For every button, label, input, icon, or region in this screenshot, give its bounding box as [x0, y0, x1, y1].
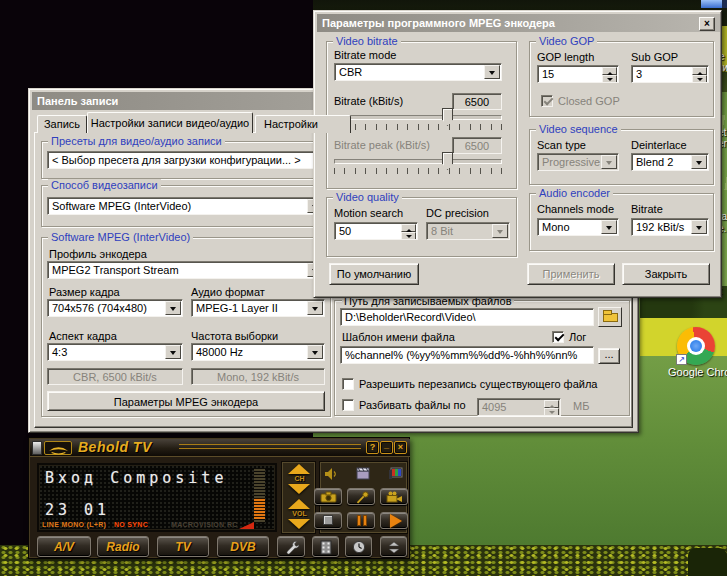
- radio-mode-button[interactable]: Radio: [97, 536, 149, 557]
- chevron-down-icon[interactable]: [601, 220, 617, 234]
- closed-gop-label: Closed GOP: [558, 95, 620, 108]
- closed-gop-checkbox: [541, 95, 553, 107]
- bitrate-value: 6500: [452, 93, 502, 110]
- channel-down-button[interactable]: [288, 484, 310, 494]
- channel-up-button[interactable]: [288, 464, 310, 474]
- chrome-icon-label[interactable]: Google Chro: [668, 366, 727, 378]
- av-mode-button[interactable]: A/V: [37, 536, 91, 557]
- record-method-combo[interactable]: Software MPEG (InterVideo): [47, 197, 325, 215]
- chevron-down-icon[interactable]: [691, 155, 707, 169]
- volume-down-button[interactable]: [288, 519, 310, 529]
- bitrate-slider-ticks: [334, 124, 502, 130]
- chevron-down-icon[interactable]: [691, 220, 707, 234]
- expand-panel-button[interactable]: [380, 536, 407, 557]
- gop-length-spinner[interactable]: 15: [537, 65, 619, 83]
- sub-gop-spinner[interactable]: 3: [631, 65, 709, 83]
- video-files-button[interactable]: [312, 536, 339, 557]
- deinterlace-combo[interactable]: Blend 2: [631, 153, 709, 171]
- tv-mode-button[interactable]: TV: [157, 536, 209, 557]
- volume-up-button[interactable]: [288, 499, 310, 509]
- bitrate-mode-combo[interactable]: CBR: [334, 63, 502, 81]
- pause-button[interactable]: [347, 512, 375, 529]
- chevron-down-icon[interactable]: [484, 65, 500, 79]
- channels-mode-combo[interactable]: Mono: [537, 218, 619, 236]
- video-gop-group-label: Video GOP: [536, 35, 597, 48]
- chevron-down-icon[interactable]: [165, 301, 181, 315]
- settings-button[interactable]: [277, 536, 305, 557]
- sample-rate-combo[interactable]: 48000 Hz: [191, 343, 325, 361]
- chevron-down-icon: [601, 155, 617, 169]
- tab-video-audio-settings[interactable]: Настройки записи видео/аудио: [87, 112, 253, 133]
- clapperboard-icon[interactable]: [356, 467, 370, 480]
- led-channel-text: 23 01: [45, 501, 110, 519]
- spin-up-icon[interactable]: [401, 224, 416, 232]
- default-button[interactable]: По умолчанию: [329, 263, 419, 285]
- scan-type-label: Scan type: [537, 139, 586, 152]
- behold-logo-plate: [44, 441, 72, 455]
- spin-up-icon[interactable]: [602, 67, 617, 75]
- mpeg-params-button[interactable]: Параметры MPEG энкодера: [47, 391, 325, 411]
- status-no-sync: NO SYNC: [114, 521, 148, 528]
- spin-down-icon[interactable]: [692, 75, 707, 83]
- behold-minimize-button[interactable]: _: [380, 441, 393, 454]
- bitrate-slider[interactable]: [334, 115, 502, 120]
- spin-up-icon[interactable]: [544, 400, 559, 408]
- spin-up-icon[interactable]: [692, 67, 707, 75]
- audio-format-combo[interactable]: MPEG-1 Layer II: [191, 299, 325, 317]
- dc-precision-combo: 8 Bit: [426, 222, 510, 240]
- audio-bitrate-label: Bitrate: [631, 203, 663, 216]
- filename-template-field[interactable]: %channel% (%yy%%mm%%dd%-%hh%%nn%: [340, 346, 594, 364]
- behold-close-button[interactable]: ×: [394, 441, 407, 454]
- encoder-profile-combo[interactable]: MPEG2 Transport Stream: [47, 261, 325, 279]
- behold-help-button[interactable]: ?: [366, 441, 379, 454]
- video-sequence-group-label: Video sequence: [536, 123, 621, 136]
- play-button[interactable]: [380, 512, 408, 529]
- tv-screen-icon[interactable]: [388, 467, 403, 480]
- shortcut-arrow-icon: ↗: [676, 354, 687, 365]
- desktop: е ни et er ка е. х ↗ Google Chro Панель …: [0, 0, 727, 576]
- split-size-spinner[interactable]: 4095: [477, 398, 561, 416]
- channels-mode-label: Channels mode: [537, 203, 614, 216]
- browse-folder-button[interactable]: [598, 307, 622, 327]
- mute-speaker-icon[interactable]: [324, 467, 338, 481]
- sample-rate-label: Частота выборки: [191, 330, 278, 343]
- split-files-checkbox[interactable]: [342, 399, 354, 411]
- stop-button[interactable]: [314, 512, 342, 529]
- tab-settings[interactable]: Настройки: [255, 115, 351, 133]
- template-browse-button[interactable]: ...: [598, 348, 620, 364]
- window-fragment-dark: [722, 0, 727, 8]
- chevron-down-icon[interactable]: [307, 301, 323, 315]
- dvb-mode-button[interactable]: DVB: [217, 536, 269, 557]
- overwrite-checkbox[interactable]: [342, 378, 354, 390]
- spin-down-icon[interactable]: [602, 75, 617, 83]
- led-input-text: Вход Composite: [45, 469, 227, 487]
- close-button[interactable]: Закрыть: [622, 263, 710, 285]
- frame-size-combo[interactable]: 704x576 (704x480): [47, 299, 183, 317]
- apply-button[interactable]: Применить: [527, 263, 615, 285]
- video-summary: CBR, 6500 kBit/s: [47, 368, 183, 385]
- clock-icon: [352, 540, 366, 554]
- dialog-close-button[interactable]: ×: [699, 17, 715, 31]
- pause-icon: [357, 515, 361, 526]
- up-down-arrows-icon: [388, 541, 400, 554]
- chevron-down-icon[interactable]: [307, 345, 323, 359]
- channel-volume-panel: CH VOL: [281, 461, 316, 534]
- audio-bitrate-combo[interactable]: 192 kBit/s: [631, 218, 709, 236]
- video-record-button[interactable]: [380, 488, 408, 505]
- snapshot-button[interactable]: [314, 488, 342, 505]
- tab-record[interactable]: Запись: [37, 115, 87, 133]
- spin-down-icon[interactable]: [401, 232, 416, 240]
- spin-down-icon[interactable]: [544, 408, 559, 416]
- chevron-down-icon[interactable]: [165, 345, 181, 359]
- preset-combo[interactable]: < Выбор пресета для загрузки конфигураци…: [47, 151, 327, 169]
- dialog-titlebar[interactable]: Параметры программного MPEG энкодера: [317, 14, 720, 32]
- record-path-field[interactable]: D:\Beholder\Record\Video\: [340, 308, 594, 326]
- wrench-icon: [284, 540, 300, 555]
- audio-record-button[interactable]: [347, 488, 375, 505]
- video-camera-icon: [386, 491, 403, 503]
- log-checkbox[interactable]: [552, 331, 564, 343]
- scheduler-button[interactable]: [345, 536, 372, 557]
- motion-search-spinner[interactable]: 50: [334, 222, 418, 240]
- record-method-group-label: Способ видеозаписи: [48, 179, 161, 192]
- aspect-combo[interactable]: 4:3: [47, 343, 183, 361]
